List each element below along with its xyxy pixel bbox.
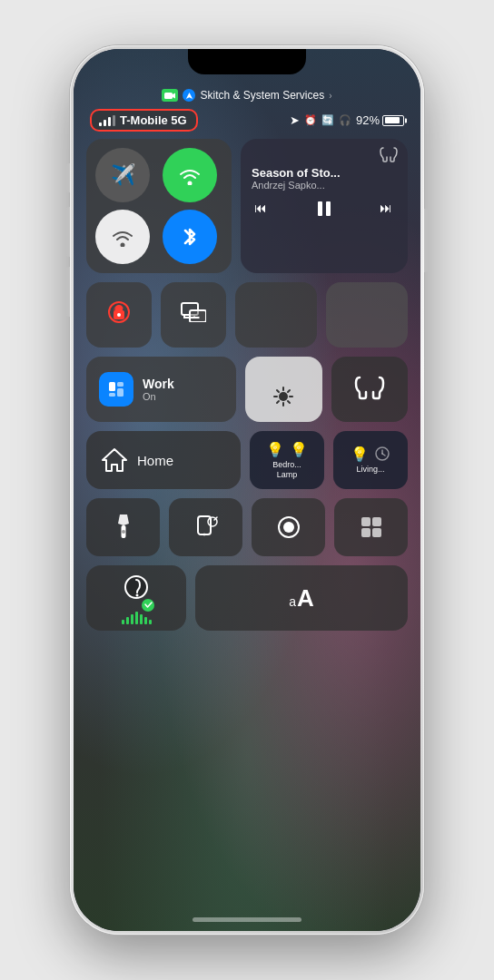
bluetooth-icon [182,225,198,249]
svg-rect-7 [318,201,322,216]
svg-line-26 [277,390,279,392]
home-icon [101,447,128,473]
svg-rect-18 [117,382,124,387]
row-focus-brightness: Work On [86,357,408,422]
svg-rect-20 [117,388,124,397]
calculator-icon [360,515,383,539]
lamp1-icon: 💡 [266,441,284,458]
empty-tile-2[interactable] [326,282,408,348]
airpods-indicator-icon [379,146,399,166]
lamp2-icon: 💡 [290,441,308,458]
battery-percent: 92% [356,113,380,127]
hbar-6 [144,617,147,624]
bar-4 [113,115,115,126]
home-button[interactable]: Home [86,431,241,489]
rewind-button[interactable]: ⏮ [252,201,272,221]
hbar-2 [126,617,129,624]
brightness-button[interactable] [245,357,322,422]
control-center: Skitch & System Services › T-Mobile 5G [74,49,420,931]
power-button[interactable] [424,209,428,272]
svg-text:⏮: ⏮ [254,201,267,215]
home-indicator[interactable] [193,917,301,922]
home-label: Home [137,453,173,468]
row-accessibility: a A [86,565,408,638]
bedroom-lamp-label: Bedro...Lamp [272,460,301,480]
svg-text:⏭: ⏭ [380,201,392,215]
svg-point-21 [279,392,288,401]
svg-rect-46 [372,528,381,537]
screen-lock-button[interactable] [86,282,152,348]
screen-mirror-button[interactable] [161,282,226,348]
volume-up-button[interactable] [66,207,70,257]
focus-icon [99,372,133,407]
app-name-label: Skitch & System Services [200,89,324,102]
location-icon [183,89,195,102]
text-size-large-label: A [297,584,314,612]
svg-point-38 [203,534,205,536]
living-lamp-button[interactable]: 💡 Living... [333,431,408,489]
record-button[interactable] [252,498,325,556]
svg-line-29 [288,390,290,392]
text-size-small-label: a [289,594,296,609]
svg-rect-15 [190,310,206,322]
focus-text: Work On [143,377,174,402]
status-icons: ➤ ⏰ 🔄 🎧 92% [290,113,404,127]
media-artist: Andrzej Sapko... [252,180,397,191]
airplane-icon: ✈️ [111,163,135,187]
portrait-lock-button[interactable] [169,498,242,556]
svg-rect-17 [109,382,115,391]
bluetooth-button[interactable] [163,210,217,264]
camera-icon [162,89,178,102]
volume-down-button[interactable] [66,267,70,317]
focus-button[interactable]: Work On [86,357,236,422]
svg-rect-45 [361,528,370,537]
svg-rect-43 [361,517,370,526]
hbar-7 [149,620,152,624]
wifi-icon [111,227,134,247]
hotspot-button[interactable] [163,148,217,202]
portrait-lock-icon [194,515,218,539]
hbar-3 [131,614,133,624]
flashlight-icon [116,514,131,540]
notch [188,49,306,74]
text-size-button[interactable]: a A [195,565,408,631]
battery-fill [385,117,400,123]
carrier-text: T-Mobile 5G [120,113,187,127]
bedroom-lamp-button[interactable]: 💡 💡 Bedro...Lamp [250,431,324,489]
play-pause-button[interactable] [315,200,333,222]
calculator-button[interactable] [334,498,408,556]
hbar-1 [122,620,124,624]
headphone-icon: 🎧 [339,114,351,126]
svg-marker-2 [186,92,193,98]
carrier-badge: T-Mobile 5G [90,109,198,132]
mirror-icon [181,302,206,328]
clock-icon [374,446,390,462]
airpods-volume-button[interactable] [331,357,409,422]
battery-container: 92% [356,113,404,127]
bar-1 [99,122,102,126]
wifi-button[interactable] [95,210,150,264]
svg-point-48 [136,593,139,596]
svg-rect-8 [326,201,331,216]
media-controls: ⏮ ⏭ [252,200,397,222]
focus-label: Work [143,377,174,391]
empty-tile-1[interactable] [235,282,317,348]
carrier-row: T-Mobile 5G ➤ ⏰ 🔄 🎧 92% [74,107,420,139]
row-home: Home 💡 💡 Bedro...Lamp 💡 [86,431,408,489]
flashlight-button[interactable] [86,498,160,556]
svg-rect-19 [109,393,115,397]
svg-marker-34 [118,514,129,525]
alarm-icon: ⏰ [304,114,317,126]
hearing-check-badge [142,599,154,612]
light-icons-living: 💡 [351,446,390,463]
hearing-button[interactable] [86,565,186,631]
hbar-4 [135,612,138,624]
svg-marker-1 [173,93,175,98]
cc-grid: ✈️ [74,139,420,912]
focus-sublabel: On [143,391,174,402]
forward-button[interactable]: ⏭ [377,201,397,221]
chevron-icon: › [329,91,331,101]
mute-switch[interactable] [66,163,70,192]
airplane-mode-button[interactable]: ✈️ [95,148,150,202]
screen-lock-icon [106,299,132,330]
